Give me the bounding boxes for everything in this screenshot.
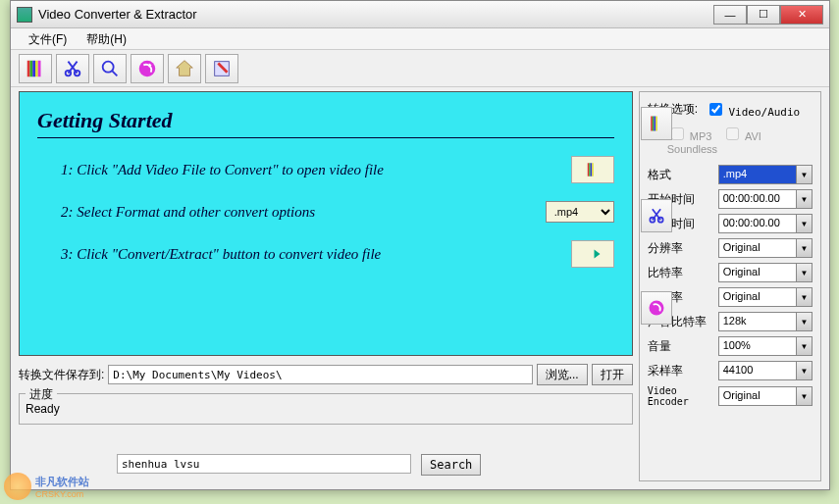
chevron-down-icon[interactable]: ▼	[796, 239, 812, 257]
side-convert-button[interactable]	[641, 291, 672, 325]
svg-rect-14	[651, 117, 653, 131]
chevron-down-icon[interactable]: ▼	[796, 190, 812, 208]
step-2-format-select[interactable]: .mp4	[546, 201, 614, 223]
svg-rect-1	[30, 61, 33, 77]
start-time-select[interactable]: 00:00:00.00▼	[718, 189, 813, 209]
format-select[interactable]: .mp4▼	[718, 165, 813, 184]
audio-bitrate-select[interactable]: 128k▼	[718, 312, 813, 331]
svg-rect-11	[589, 163, 591, 176]
progress-group: 进度 Ready	[19, 393, 633, 425]
side-add-file-button[interactable]	[641, 107, 672, 140]
watermark-url: CRSKY.com	[35, 489, 89, 499]
svg-point-20	[649, 301, 663, 316]
save-path-label: 转换文件保存到:	[19, 367, 104, 383]
maximize-button[interactable]: ☐	[747, 5, 780, 25]
app-icon	[17, 7, 32, 23]
bitrate-select[interactable]: Original▼	[718, 263, 813, 282]
cut-button[interactable]	[56, 54, 89, 83]
step-3-convert-button[interactable]	[571, 240, 614, 268]
chevron-down-icon[interactable]: ▼	[796, 215, 812, 232]
progress-status: Ready	[26, 402, 626, 416]
tutorial-heading: Getting Started	[37, 108, 614, 133]
main-area: Getting Started 1: Click "Add Video File…	[11, 87, 829, 485]
progress-legend: 进度	[26, 386, 57, 403]
chevron-down-icon[interactable]: ▼	[796, 166, 812, 183]
step-1-text: 1: Click "Add Video File to Convert" to …	[61, 162, 571, 178]
search-button[interactable]: Search	[421, 454, 481, 476]
close-button[interactable]: ✕	[780, 5, 823, 25]
browse-button[interactable]: 浏览...	[537, 364, 588, 385]
home-button[interactable]	[168, 54, 201, 83]
step-1-add-file-button[interactable]	[571, 156, 614, 183]
volume-label: 音量	[648, 338, 718, 355]
search-input[interactable]	[117, 454, 411, 474]
search-button[interactable]	[93, 54, 127, 83]
svg-rect-2	[32, 61, 35, 77]
step-2-text: 2: Select Format and other convert optio…	[61, 204, 546, 221]
chevron-down-icon[interactable]: ▼	[796, 387, 812, 405]
titlebar: Video Converter & Extractor — ☐ ✕	[11, 1, 829, 28]
watermark-logo-icon	[4, 473, 31, 500]
search-row: Search	[117, 454, 481, 476]
svg-rect-12	[590, 163, 592, 176]
sample-rate-select[interactable]: 44100▼	[718, 361, 813, 380]
svg-rect-4	[38, 61, 41, 77]
svg-rect-13	[592, 163, 594, 176]
add-file-button[interactable]	[19, 54, 52, 83]
volume-select[interactable]: 100%▼	[718, 336, 813, 356]
mp3-checkbox	[671, 127, 684, 140]
encoder-label: Video Encoder	[648, 385, 718, 407]
svg-point-8	[139, 61, 156, 77]
svg-rect-10	[587, 163, 589, 176]
step-3-text: 3: Click "Convert/Extract" button to con…	[61, 246, 571, 263]
fps-select[interactable]: Original▼	[718, 287, 813, 307]
window-title: Video Converter & Extractor	[38, 7, 713, 22]
chevron-down-icon[interactable]: ▼	[796, 288, 812, 306]
avi-soundless-checkbox	[726, 127, 739, 140]
menu-file[interactable]: 文件(F)	[19, 28, 77, 49]
chevron-down-icon[interactable]: ▼	[796, 264, 812, 281]
svg-rect-15	[653, 117, 655, 131]
divider	[37, 137, 614, 138]
resolution-select[interactable]: Original▼	[718, 238, 813, 258]
svg-rect-3	[35, 61, 38, 77]
side-cut-button[interactable]	[641, 199, 672, 232]
toolbar	[11, 50, 829, 87]
settings-button[interactable]	[205, 54, 238, 83]
menu-help[interactable]: 帮助(H)	[77, 28, 136, 49]
minimize-button[interactable]: —	[713, 5, 747, 25]
menubar: 文件(F) 帮助(H)	[11, 28, 829, 50]
chevron-down-icon[interactable]: ▼	[796, 362, 812, 379]
chevron-down-icon[interactable]: ▼	[796, 313, 812, 330]
video-audio-checkbox[interactable]	[709, 103, 722, 116]
save-path-input[interactable]	[108, 365, 532, 384]
chevron-down-icon[interactable]: ▼	[796, 337, 812, 355]
duration-select[interactable]: 00:00:00.00▼	[718, 214, 813, 233]
sample-rate-label: 采样率	[648, 363, 718, 379]
app-window: Video Converter & Extractor — ☐ ✕ 文件(F) …	[10, 0, 830, 490]
convert-button[interactable]	[131, 54, 164, 83]
svg-rect-17	[655, 117, 657, 131]
watermark-text: 非凡软件站	[35, 475, 89, 489]
svg-rect-0	[27, 61, 30, 77]
watermark: 非凡软件站 CRSKY.com	[4, 473, 89, 500]
tutorial-panel: Getting Started 1: Click "Add Video File…	[19, 91, 633, 356]
svg-rect-16	[654, 117, 655, 131]
open-button[interactable]: 打开	[592, 364, 633, 385]
encoder-select[interactable]: Original▼	[718, 386, 813, 406]
